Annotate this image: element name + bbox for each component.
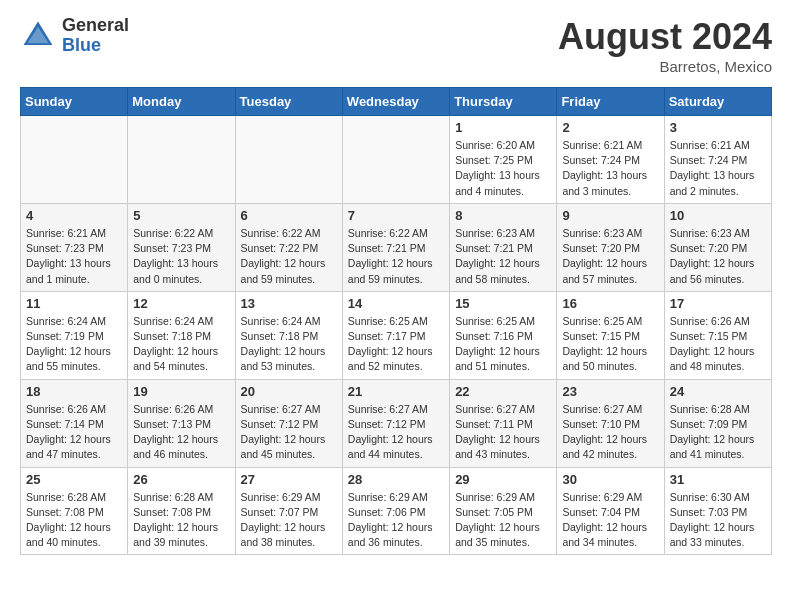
day-number: 14 [348, 296, 444, 311]
week-row-4: 18Sunrise: 6:26 AMSunset: 7:14 PMDayligh… [21, 379, 772, 467]
day-info: Sunrise: 6:30 AMSunset: 7:03 PMDaylight:… [670, 490, 766, 551]
weekday-header-row: SundayMondayTuesdayWednesdayThursdayFrid… [21, 88, 772, 116]
calendar-cell: 12Sunrise: 6:24 AMSunset: 7:18 PMDayligh… [128, 291, 235, 379]
day-number: 23 [562, 384, 658, 399]
day-number: 30 [562, 472, 658, 487]
day-number: 26 [133, 472, 229, 487]
day-number: 6 [241, 208, 337, 223]
logo-text: General Blue [62, 16, 129, 56]
day-number: 10 [670, 208, 766, 223]
page-header: General Blue August 2024 Barretos, Mexic… [20, 16, 772, 75]
calendar-cell: 13Sunrise: 6:24 AMSunset: 7:18 PMDayligh… [235, 291, 342, 379]
calendar-cell: 6Sunrise: 6:22 AMSunset: 7:22 PMDaylight… [235, 203, 342, 291]
calendar-cell: 21Sunrise: 6:27 AMSunset: 7:12 PMDayligh… [342, 379, 449, 467]
day-number: 2 [562, 120, 658, 135]
day-number: 25 [26, 472, 122, 487]
day-info: Sunrise: 6:25 AMSunset: 7:15 PMDaylight:… [562, 314, 658, 375]
day-number: 8 [455, 208, 551, 223]
weekday-header-tuesday: Tuesday [235, 88, 342, 116]
day-info: Sunrise: 6:22 AMSunset: 7:23 PMDaylight:… [133, 226, 229, 287]
day-info: Sunrise: 6:29 AMSunset: 7:06 PMDaylight:… [348, 490, 444, 551]
day-number: 16 [562, 296, 658, 311]
calendar: SundayMondayTuesdayWednesdayThursdayFrid… [20, 87, 772, 555]
calendar-cell: 5Sunrise: 6:22 AMSunset: 7:23 PMDaylight… [128, 203, 235, 291]
logo: General Blue [20, 16, 129, 56]
calendar-cell: 9Sunrise: 6:23 AMSunset: 7:20 PMDaylight… [557, 203, 664, 291]
weekday-header-saturday: Saturday [664, 88, 771, 116]
day-info: Sunrise: 6:21 AMSunset: 7:24 PMDaylight:… [670, 138, 766, 199]
day-info: Sunrise: 6:23 AMSunset: 7:20 PMDaylight:… [562, 226, 658, 287]
day-number: 24 [670, 384, 766, 399]
day-info: Sunrise: 6:24 AMSunset: 7:18 PMDaylight:… [241, 314, 337, 375]
calendar-cell: 16Sunrise: 6:25 AMSunset: 7:15 PMDayligh… [557, 291, 664, 379]
day-number: 15 [455, 296, 551, 311]
day-number: 3 [670, 120, 766, 135]
day-number: 18 [26, 384, 122, 399]
logo-general: General [62, 16, 129, 36]
day-info: Sunrise: 6:28 AMSunset: 7:09 PMDaylight:… [670, 402, 766, 463]
calendar-cell: 4Sunrise: 6:21 AMSunset: 7:23 PMDaylight… [21, 203, 128, 291]
day-number: 28 [348, 472, 444, 487]
calendar-cell [342, 116, 449, 204]
day-number: 4 [26, 208, 122, 223]
weekday-header-wednesday: Wednesday [342, 88, 449, 116]
day-number: 9 [562, 208, 658, 223]
logo-icon [20, 18, 56, 54]
day-number: 31 [670, 472, 766, 487]
calendar-cell: 22Sunrise: 6:27 AMSunset: 7:11 PMDayligh… [450, 379, 557, 467]
calendar-cell: 2Sunrise: 6:21 AMSunset: 7:24 PMDaylight… [557, 116, 664, 204]
day-number: 7 [348, 208, 444, 223]
weekday-header-thursday: Thursday [450, 88, 557, 116]
calendar-cell: 11Sunrise: 6:24 AMSunset: 7:19 PMDayligh… [21, 291, 128, 379]
calendar-cell: 3Sunrise: 6:21 AMSunset: 7:24 PMDaylight… [664, 116, 771, 204]
day-info: Sunrise: 6:23 AMSunset: 7:21 PMDaylight:… [455, 226, 551, 287]
week-row-1: 1Sunrise: 6:20 AMSunset: 7:25 PMDaylight… [21, 116, 772, 204]
calendar-cell: 26Sunrise: 6:28 AMSunset: 7:08 PMDayligh… [128, 467, 235, 555]
day-number: 1 [455, 120, 551, 135]
calendar-cell [21, 116, 128, 204]
day-info: Sunrise: 6:25 AMSunset: 7:17 PMDaylight:… [348, 314, 444, 375]
day-info: Sunrise: 6:26 AMSunset: 7:13 PMDaylight:… [133, 402, 229, 463]
day-number: 20 [241, 384, 337, 399]
weekday-header-friday: Friday [557, 88, 664, 116]
day-info: Sunrise: 6:25 AMSunset: 7:16 PMDaylight:… [455, 314, 551, 375]
calendar-cell: 18Sunrise: 6:26 AMSunset: 7:14 PMDayligh… [21, 379, 128, 467]
day-number: 27 [241, 472, 337, 487]
day-info: Sunrise: 6:23 AMSunset: 7:20 PMDaylight:… [670, 226, 766, 287]
day-info: Sunrise: 6:26 AMSunset: 7:15 PMDaylight:… [670, 314, 766, 375]
calendar-cell [128, 116, 235, 204]
day-info: Sunrise: 6:26 AMSunset: 7:14 PMDaylight:… [26, 402, 122, 463]
calendar-cell: 27Sunrise: 6:29 AMSunset: 7:07 PMDayligh… [235, 467, 342, 555]
day-number: 19 [133, 384, 229, 399]
day-number: 21 [348, 384, 444, 399]
day-info: Sunrise: 6:20 AMSunset: 7:25 PMDaylight:… [455, 138, 551, 199]
day-info: Sunrise: 6:29 AMSunset: 7:07 PMDaylight:… [241, 490, 337, 551]
calendar-cell: 8Sunrise: 6:23 AMSunset: 7:21 PMDaylight… [450, 203, 557, 291]
day-info: Sunrise: 6:27 AMSunset: 7:12 PMDaylight:… [241, 402, 337, 463]
calendar-cell: 28Sunrise: 6:29 AMSunset: 7:06 PMDayligh… [342, 467, 449, 555]
calendar-cell: 25Sunrise: 6:28 AMSunset: 7:08 PMDayligh… [21, 467, 128, 555]
calendar-cell: 14Sunrise: 6:25 AMSunset: 7:17 PMDayligh… [342, 291, 449, 379]
calendar-cell: 24Sunrise: 6:28 AMSunset: 7:09 PMDayligh… [664, 379, 771, 467]
weekday-header-sunday: Sunday [21, 88, 128, 116]
day-info: Sunrise: 6:27 AMSunset: 7:10 PMDaylight:… [562, 402, 658, 463]
month-year: August 2024 [558, 16, 772, 58]
day-info: Sunrise: 6:28 AMSunset: 7:08 PMDaylight:… [26, 490, 122, 551]
day-info: Sunrise: 6:29 AMSunset: 7:05 PMDaylight:… [455, 490, 551, 551]
day-info: Sunrise: 6:24 AMSunset: 7:18 PMDaylight:… [133, 314, 229, 375]
day-number: 11 [26, 296, 122, 311]
day-number: 29 [455, 472, 551, 487]
day-info: Sunrise: 6:27 AMSunset: 7:11 PMDaylight:… [455, 402, 551, 463]
day-number: 17 [670, 296, 766, 311]
week-row-5: 25Sunrise: 6:28 AMSunset: 7:08 PMDayligh… [21, 467, 772, 555]
calendar-cell: 19Sunrise: 6:26 AMSunset: 7:13 PMDayligh… [128, 379, 235, 467]
day-info: Sunrise: 6:21 AMSunset: 7:23 PMDaylight:… [26, 226, 122, 287]
calendar-cell: 10Sunrise: 6:23 AMSunset: 7:20 PMDayligh… [664, 203, 771, 291]
logo-blue: Blue [62, 36, 129, 56]
day-number: 22 [455, 384, 551, 399]
day-info: Sunrise: 6:27 AMSunset: 7:12 PMDaylight:… [348, 402, 444, 463]
day-info: Sunrise: 6:22 AMSunset: 7:22 PMDaylight:… [241, 226, 337, 287]
calendar-cell: 15Sunrise: 6:25 AMSunset: 7:16 PMDayligh… [450, 291, 557, 379]
day-info: Sunrise: 6:21 AMSunset: 7:24 PMDaylight:… [562, 138, 658, 199]
calendar-cell: 29Sunrise: 6:29 AMSunset: 7:05 PMDayligh… [450, 467, 557, 555]
